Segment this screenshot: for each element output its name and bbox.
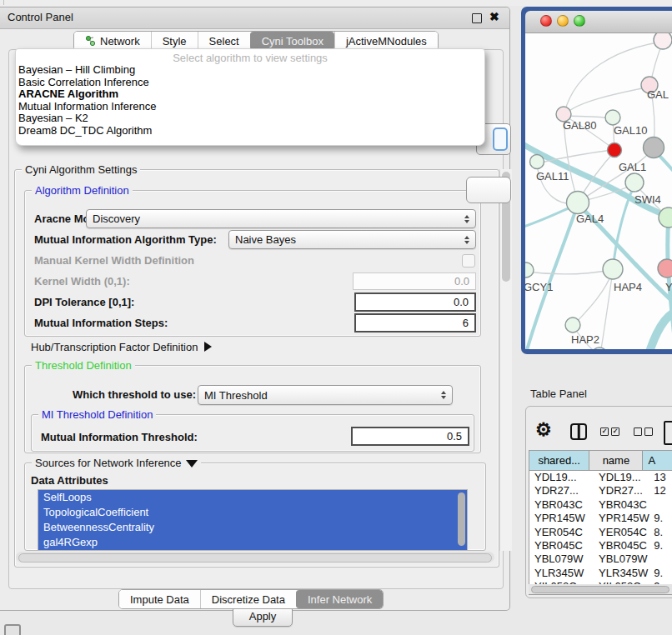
horizontal-scrollbar[interactable] <box>16 552 494 562</box>
node-label: GAL1 <box>619 161 646 173</box>
dropdown-item[interactable]: Dream8 DC_TDC Algorithm <box>16 125 484 138</box>
manual-kernel-label: Manual Kernel Width Definition <box>34 254 194 267</box>
focus-ring <box>493 128 508 151</box>
node-GAL4[interactable] <box>567 192 589 214</box>
column-header-name[interactable]: name <box>589 451 643 470</box>
node-red[interactable] <box>608 143 622 158</box>
settings-scrollbar[interactable] <box>499 169 512 551</box>
table-scrollbar-thumb[interactable] <box>531 586 669 593</box>
threshold-definition-legend: Threshold Definition <box>32 359 135 372</box>
sources-legend[interactable]: Sources for Network Inference <box>32 457 201 469</box>
horizontal-scrollbar-thumb[interactable] <box>18 553 492 562</box>
list-item[interactable]: SelfLoops <box>38 490 467 505</box>
checked-checkbox-icon[interactable]: ✓ <box>611 428 619 436</box>
tab-style[interactable]: Style <box>151 32 198 50</box>
network-window-titlebar[interactable] <box>525 11 672 33</box>
mi-type-label: Mutual Information Algorithm Type: <box>34 233 217 246</box>
table-row[interactable]: YBL079WYBL079W <box>529 552 672 566</box>
network-graph <box>525 33 672 349</box>
table-panel-title: Table Panel <box>530 388 587 400</box>
node-Y-partial[interactable] <box>658 259 672 278</box>
node-label: GAL11 <box>536 170 569 182</box>
mi-type-combo[interactable]: Naive Bayes <box>228 230 476 249</box>
tab-infer-network[interactable]: Infer Network <box>296 590 383 608</box>
split-columns-icon[interactable] <box>570 423 587 440</box>
mi-steps-field[interactable]: 6 <box>354 313 476 332</box>
kernel-width-label: Kernel Width (0,1): <box>34 275 130 288</box>
dropdown-item[interactable]: Basic Correlation Inference <box>16 77 484 89</box>
float-window-icon[interactable] <box>472 13 482 23</box>
node-GAL11[interactable] <box>530 155 544 169</box>
stepper-arrows-icon <box>464 215 469 223</box>
zoom-traffic-light[interactable] <box>574 15 585 27</box>
node-label: GAL80 <box>563 119 596 132</box>
column-header-partial[interactable]: A <box>643 451 672 470</box>
kernel-width-field[interactable]: 0.0 <box>353 272 476 290</box>
list-item[interactable]: BetweennessCentrality <box>38 520 467 535</box>
node-GCY1[interactable] <box>525 262 534 278</box>
algorithm-definition-legend: Algorithm Definition <box>32 184 133 197</box>
node-partial-top[interactable] <box>654 33 672 49</box>
table-rows[interactable]: YDL19...YDL19...13 YDR27...YDR27...12 YB… <box>529 471 672 586</box>
network-combo-fragment[interactable] <box>466 177 511 203</box>
table-row[interactable]: YLR345WYLR345W9. <box>529 567 672 580</box>
dropdown-item-selected[interactable]: ARACNE Algorithm <box>16 88 484 101</box>
column-header-shared[interactable]: shared... <box>529 451 589 470</box>
table-row[interactable]: YBR043CYBR043C <box>529 498 672 512</box>
table-horizontal-scrollbar[interactable] <box>529 584 672 594</box>
checked-checkbox-icon[interactable]: ✓ <box>600 428 609 436</box>
table-row[interactable]: YDR27...YDR27...12 <box>529 484 672 498</box>
minimize-traffic-light[interactable] <box>557 15 569 27</box>
screen: Control Panel ✖ Network Style Select Cyn… <box>0 0 672 635</box>
data-attributes-label: Data Attributes <box>31 474 108 487</box>
aracne-mode-combo[interactable]: Discovery <box>86 209 476 228</box>
control-panel-window: Control Panel ✖ Network Style Select Cyn… <box>0 7 510 611</box>
tab-select[interactable]: Select <box>198 32 250 50</box>
mi-threshold-label: Mutual Information Threshold: <box>41 431 198 443</box>
list-scrollbar[interactable] <box>458 492 465 546</box>
top-strip <box>0 0 672 6</box>
node-label: HAP4 <box>614 281 642 293</box>
data-attributes-list[interactable]: SelfLoops TopologicalCoefficient Between… <box>38 489 468 551</box>
tab-discretize-data[interactable]: Discretize Data <box>200 590 296 608</box>
node-partial-bottom[interactable] <box>591 348 608 349</box>
gear-icon[interactable]: ⚙ <box>535 419 552 441</box>
chevron-right-icon[interactable] <box>204 342 212 352</box>
unchecked-checkbox-icon[interactable] <box>634 428 642 436</box>
manual-kernel-checkbox[interactable] <box>462 254 475 268</box>
tab-jactivemnodules[interactable]: jActiveMNodules <box>334 32 438 50</box>
close-icon[interactable]: ✖ <box>489 10 499 23</box>
tab-impute-data[interactable]: Impute Data <box>119 590 200 608</box>
dock-icon-partial[interactable] <box>4 624 21 635</box>
network-canvas[interactable]: GAL80 GAL10 GAL1 GAL11 SWI4 GAL4 GCY1 HA… <box>525 33 672 349</box>
dropdown-item[interactable]: Mutual Information Inference <box>16 101 484 113</box>
node-HAP4[interactable] <box>603 259 623 279</box>
node-HAP2[interactable] <box>565 318 580 332</box>
unchecked-checkbox-icon[interactable] <box>644 428 653 436</box>
table-row[interactable]: YBR045CYBR045C9. <box>529 539 672 552</box>
chevron-down-icon[interactable] <box>186 460 198 468</box>
which-threshold-combo[interactable]: MI Threshold <box>198 385 453 405</box>
tab-cyni-toolbox[interactable]: Cyni Toolbox <box>250 32 334 50</box>
dropdown-hint: Select algorithm to view settings <box>16 49 484 64</box>
node-GAL1[interactable] <box>625 173 644 192</box>
list-item[interactable]: TopologicalCoefficient <box>38 505 467 520</box>
table-row[interactable]: YPR145WYPR145W9. <box>529 512 672 525</box>
control-panel-titlebar[interactable]: Control Panel ✖ <box>0 8 509 29</box>
mi-threshold-field[interactable]: 0.5 <box>351 427 469 446</box>
tab-network[interactable]: Network <box>74 32 151 50</box>
dropdown-item[interactable]: Bayesian – Hill Climbing <box>16 64 484 77</box>
which-threshold-label: Which threshold to use: <box>73 388 196 401</box>
table-row[interactable]: YER054CYER054C8. <box>529 526 672 539</box>
stepper-arrows-icon <box>441 391 446 399</box>
table-row[interactable]: YDL19...YDL19...13 <box>529 471 672 484</box>
dpi-tolerance-field[interactable]: 0.0 <box>354 292 476 312</box>
node-GAL10[interactable] <box>605 110 620 125</box>
node-gray[interactable] <box>644 138 664 158</box>
document-icon[interactable] <box>664 421 672 445</box>
list-item[interactable]: gal4RGexp <box>38 535 467 550</box>
network-view-window: GAL80 GAL10 GAL1 GAL11 SWI4 GAL4 GCY1 HA… <box>521 7 672 354</box>
dropdown-item[interactable]: Bayesian – K2 <box>16 112 484 125</box>
hub-definition-toggle[interactable]: Hub/Transcription Factor Definition <box>31 341 212 353</box>
close-traffic-light[interactable] <box>540 15 552 27</box>
